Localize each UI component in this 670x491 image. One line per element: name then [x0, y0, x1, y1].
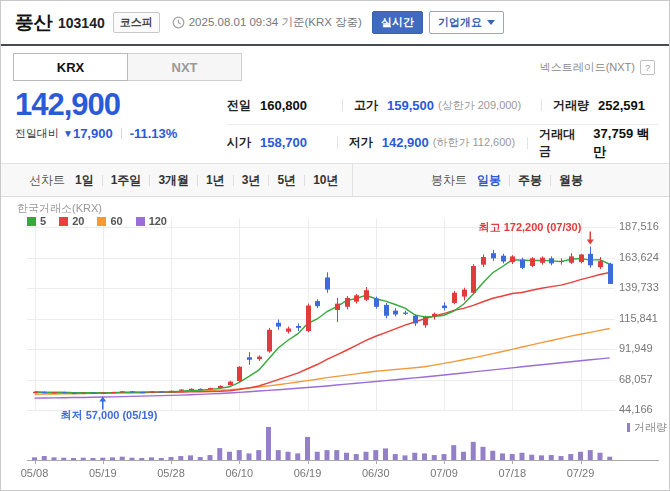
- price-change-row: 전일대비 ▼ 17,900 -11.13%: [15, 126, 227, 141]
- ma5-swatch-icon: [27, 217, 36, 226]
- company-overview-button[interactable]: 기업개요: [429, 11, 504, 34]
- volume-label: 거래량: [553, 97, 589, 114]
- low-label: 저가: [349, 134, 373, 151]
- x-axis-label: 07/09: [422, 467, 466, 479]
- quote-info-table: 전일 160,800 고가 159,500 (상한가 209,000) 거래량 …: [227, 87, 659, 161]
- ma60-swatch-icon: [97, 217, 106, 226]
- candle-period-weekly[interactable]: 주봉: [518, 172, 542, 189]
- change-label: 전일대비: [15, 126, 59, 141]
- prev-close-cell: 전일 160,800: [227, 97, 331, 114]
- x-axis-label: 05/08: [13, 467, 57, 479]
- market-badge: 코스피: [113, 12, 160, 33]
- period-5y[interactable]: 5년: [277, 172, 296, 189]
- stock-name: 풍산: [15, 10, 52, 36]
- price-block: 142,900 전일대비 ▼ 17,900 -11.13%: [1, 87, 227, 161]
- period-3y[interactable]: 3년: [242, 172, 261, 189]
- trade-value-value: 37,759 백만: [593, 125, 659, 161]
- volume-bar-icon: [627, 423, 630, 432]
- volume-value: 252,591: [598, 98, 645, 113]
- low-value: 142,900: [382, 135, 429, 150]
- tab-nxt[interactable]: NXT: [127, 53, 242, 81]
- low-cell: 저가 142,900 (하한가 112,600): [349, 134, 516, 151]
- period-1w[interactable]: 1주일: [111, 172, 142, 189]
- volume-legend-label: 거래량: [634, 420, 667, 435]
- x-axis-label: 06/10: [217, 467, 261, 479]
- period-1y[interactable]: 1년: [206, 172, 225, 189]
- lower-limit: (하한가 112,600): [433, 135, 515, 150]
- company-overview-label: 기업개요: [438, 15, 482, 30]
- candle-chart-label: 봉차트: [431, 172, 467, 189]
- nextrade-note-label: 넥스트레이드(NXT): [540, 60, 635, 75]
- prev-close-label: 전일: [227, 97, 251, 114]
- y-axis-label: 163,624: [619, 251, 667, 263]
- trade-value-label: 거래대금: [539, 126, 584, 160]
- dropdown-arrow-icon: [487, 20, 495, 25]
- table-row: 전일 160,800 고가 159,500 (상한가 209,000) 거래량 …: [227, 87, 659, 125]
- price-chart[interactable]: [1, 198, 670, 490]
- divider: [337, 137, 338, 149]
- x-axis-label: 07/29: [559, 467, 603, 479]
- open-label: 시가: [227, 134, 251, 151]
- high-value: 159,500: [387, 98, 434, 113]
- chart-section: 한국거래소(KRX) 5 20 60 120 187,516 163,624 1…: [1, 198, 669, 490]
- divider: [342, 99, 343, 111]
- x-axis-label: 06/19: [286, 467, 330, 479]
- clock-icon: [172, 16, 185, 29]
- period-10y[interactable]: 10년: [313, 172, 338, 189]
- exchange-label: 한국거래소(KRX): [17, 201, 102, 216]
- period-1d[interactable]: 1일: [75, 172, 94, 189]
- ma-legend: 5 20 60 120: [27, 215, 167, 227]
- line-chart-label: 선차트: [29, 172, 65, 189]
- realtime-button[interactable]: 실시간: [372, 11, 423, 34]
- candle-chart-group: 봉차트 일봉 주봉 월봉: [353, 164, 669, 196]
- ma120-legend-item: 120: [136, 215, 167, 227]
- ma5-legend-item: 5: [27, 215, 46, 227]
- high-label: 고가: [354, 97, 378, 114]
- tab-krx[interactable]: KRX: [13, 53, 128, 81]
- y-axis-label: 139,733: [619, 281, 667, 293]
- candle-period-daily[interactable]: 일봉: [477, 172, 501, 189]
- nextrade-note: 넥스트레이드(NXT) ?: [540, 60, 655, 75]
- change-percent: -11.13%: [130, 126, 178, 141]
- ma120-swatch-icon: [136, 217, 145, 226]
- open-cell: 시가 158,700: [227, 134, 326, 151]
- down-triangle-icon: ▼: [63, 128, 73, 139]
- volume-legend: 거래량: [627, 420, 667, 435]
- header: 풍산 103140 코스피 2025.08.01 09:34 기준(KRX 장중…: [1, 1, 669, 44]
- open-value: 158,700: [260, 135, 307, 150]
- help-icon[interactable]: ?: [640, 60, 655, 75]
- y-axis-label: 68,057: [619, 373, 667, 385]
- divider: [121, 128, 122, 139]
- y-axis-label: 91,949: [619, 342, 667, 354]
- ma60-legend-item: 60: [97, 215, 122, 227]
- highest-price-annotation: 최고 172,200 (07/30): [448, 220, 612, 235]
- stock-code: 103140: [58, 15, 105, 31]
- x-axis-label: 06/30: [354, 467, 398, 479]
- trade-value-cell: 거래대금 37,759 백만: [539, 125, 659, 161]
- ma20-legend-item: 20: [59, 215, 84, 227]
- prev-close-value: 160,800: [260, 98, 307, 113]
- y-axis-label: 44,166: [619, 403, 667, 415]
- y-axis-label: 187,516: [619, 220, 667, 232]
- divider: [541, 99, 542, 111]
- x-axis-label: 05/28: [149, 467, 193, 479]
- candle-period-monthly[interactable]: 월봉: [559, 172, 583, 189]
- table-row: 시가 158,700 저가 142,900 (하한가 112,600) 거래대금…: [227, 125, 659, 162]
- change-value: 17,900: [73, 126, 113, 141]
- lowest-price-annotation: 최저 57,000 (05/19): [27, 408, 191, 423]
- current-price: 142,900: [15, 87, 227, 123]
- stock-detail-page: 풍산 103140 코스피 2025.08.01 09:34 기준(KRX 장중…: [0, 0, 670, 491]
- period-3m[interactable]: 3개월: [158, 172, 189, 189]
- ma20-swatch-icon: [59, 217, 68, 226]
- timestamp: 2025.08.01 09:34 기준(KRX 장중): [189, 15, 362, 30]
- divider: [527, 137, 528, 149]
- upper-limit: (상한가 209,000): [438, 98, 521, 113]
- line-chart-group: 선차트 1일 1주일 3개월 1년 3년 5년 10년: [1, 164, 353, 196]
- price-summary: 142,900 전일대비 ▼ 17,900 -11.13% 전일 160,800…: [1, 87, 669, 161]
- high-cell: 고가 159,500 (상한가 209,000): [354, 97, 530, 114]
- y-axis-label: 115,841: [619, 312, 667, 324]
- x-axis-label: 07/18: [490, 467, 534, 479]
- x-axis-label: 05/19: [81, 467, 125, 479]
- chart-toolbar: 선차트 1일 1주일 3개월 1년 3년 5년 10년 봉차트 일봉 주봉 월봉: [1, 163, 669, 197]
- volume-cell: 거래량 252,591: [553, 97, 645, 114]
